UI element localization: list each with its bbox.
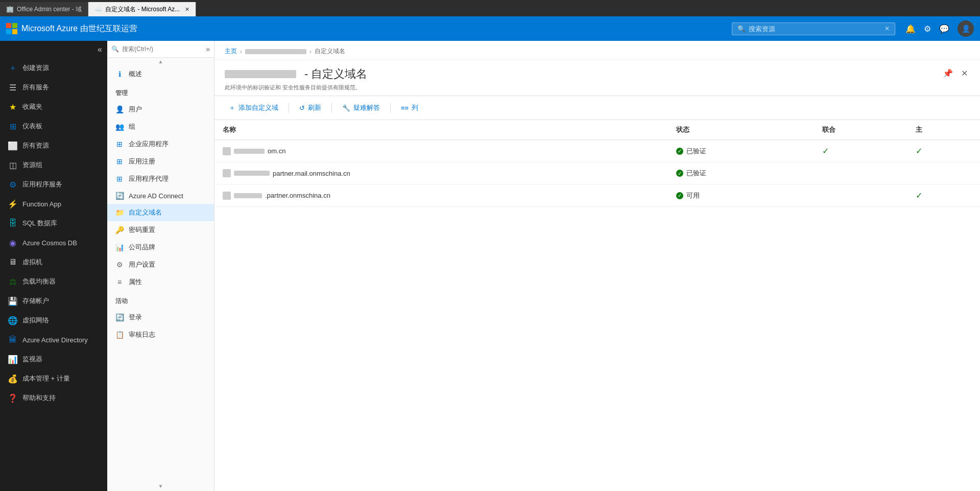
sub-nav-search-input[interactable] (122, 45, 203, 53)
status-text-1: 已验证 (686, 147, 706, 156)
enterprise-apps-icon: ⊞ (115, 140, 124, 148)
sidebar-collapse[interactable]: « (0, 41, 107, 58)
storage-icon: 💾 (8, 296, 17, 306)
all-services-icon: ☰ (8, 83, 17, 92)
sub-nav-item-login[interactable]: 🔄 登录 (107, 309, 214, 326)
sidebar-item-create-label: 创建资源 (22, 63, 49, 73)
sidebar-item-all-services[interactable]: ☰ 所有服务 (0, 78, 107, 97)
sidebar-item-cosmos-db-label: Azure Cosmos DB (22, 239, 77, 247)
sub-nav-collapse-btn[interactable]: » (206, 45, 210, 53)
sub-nav-item-overview-label: 概述 (129, 69, 142, 79)
breadcrumb-home[interactable]: 主页 (225, 47, 237, 56)
sidebar-item-monitor-label: 监视器 (22, 355, 42, 364)
global-search[interactable]: 🔍 ✕ (732, 22, 895, 35)
tab1-favicon: 🏢 (6, 6, 14, 13)
overview-icon: ℹ (115, 70, 124, 78)
sub-nav-item-properties[interactable]: ≡ 属性 (107, 273, 214, 291)
col-federated[interactable]: 联合 (814, 120, 907, 140)
branding-icon: 📊 (115, 243, 124, 251)
sidebar-item-create[interactable]: ＋ 创建资源 (0, 58, 107, 78)
activity-section-label: 活动 (107, 291, 214, 309)
add-custom-domain-btn[interactable]: ＋ 添加自定义域 (223, 100, 284, 115)
sidebar-item-help-label: 帮助和支持 (22, 393, 56, 403)
sub-nav-item-pwd-reset[interactable]: 🔑 密码重置 (107, 221, 214, 239)
sidebar-item-vnet[interactable]: 🌐 虚拟网络 (0, 311, 107, 330)
search-icon: 🔍 (737, 25, 746, 33)
sidebar-item-load-balancer[interactable]: ⚖ 负载均衡器 (0, 272, 107, 291)
browser-tab-2[interactable]: ☁️ 自定义域名 - Microsoft Az... ✕ (88, 2, 196, 16)
refresh-btn[interactable]: ↺ 刷新 (293, 100, 327, 115)
table-row[interactable]: partner.mail.onmschina.cn ✓ 已验证 (214, 162, 980, 184)
col-status[interactable]: 状态 (668, 120, 815, 140)
refresh-label: 刷新 (308, 103, 321, 112)
favorites-icon: ★ (8, 102, 17, 111)
sub-nav-item-enterprise-apps[interactable]: ⊞ 企业应用程序 (107, 135, 214, 153)
sub-nav-item-overview[interactable]: ℹ 概述 (107, 65, 214, 83)
settings-icon[interactable]: ⚙ (924, 24, 931, 34)
sub-nav-item-custom-domain[interactable]: 📁 自定义域名 (107, 204, 214, 221)
domains-table: 名称 状态 联合 主 om.cn (214, 120, 980, 207)
sidebar-item-aad[interactable]: 🏛 Azure Active Directory (0, 330, 107, 349)
status-cell-1: ✓ 已验证 (668, 140, 815, 162)
user-avatar[interactable]: 👤 (958, 20, 974, 37)
app-proxy-icon: ⊞ (115, 175, 124, 183)
cosmos-db-icon: ◉ (8, 238, 17, 247)
sub-nav-item-user-settings[interactable]: ⚙ 用户设置 (107, 256, 214, 273)
sub-nav-item-user-settings-label: 用户设置 (129, 260, 155, 269)
sub-nav-item-app-reg-label: 应用注册 (129, 157, 155, 166)
close-icon[interactable]: ✕ (959, 66, 970, 80)
sub-nav-item-ad-connect[interactable]: 🔄 Azure AD Connect (107, 188, 214, 204)
sidebar-collapse-btn[interactable]: « (98, 45, 102, 54)
feedback-icon[interactable]: 💬 (939, 24, 949, 34)
status-dot-1: ✓ (676, 148, 683, 155)
sidebar-item-resource-groups[interactable]: ◫ 资源组 (0, 155, 107, 175)
search-close-icon[interactable]: ✕ (885, 25, 890, 32)
sidebar-item-cost[interactable]: 💰 成本管理 + 计量 (0, 369, 107, 388)
sidebar-item-monitor[interactable]: 📊 监视器 (0, 349, 107, 369)
sub-nav-item-audit-log[interactable]: 📋 审核日志 (107, 326, 214, 343)
refresh-icon: ↺ (299, 104, 305, 112)
sidebar-item-cosmos-db[interactable]: ◉ Azure Cosmos DB (0, 233, 107, 252)
col-name[interactable]: 名称 (214, 120, 668, 140)
sub-nav-search-bar[interactable]: 🔍 » (107, 41, 214, 58)
sidebar-item-all-resources[interactable]: ⬜ 所有资源 (0, 136, 107, 155)
sidebar-item-vm[interactable]: 🖥 虚拟机 (0, 252, 107, 272)
troubleshoot-btn[interactable]: 🔧 疑难解答 (336, 100, 386, 115)
help-icon: ❓ (8, 393, 17, 403)
browser-tab-1[interactable]: 🏢 Office Admin center - 域 (0, 2, 88, 16)
sidebar-item-sql-db[interactable]: 🗄 SQL 数据库 (0, 214, 107, 233)
sub-nav-item-login-label: 登录 (129, 313, 142, 322)
sub-nav-item-app-proxy[interactable]: ⊞ 应用程序代理 (107, 170, 214, 188)
sidebar-item-storage[interactable]: 💾 存储帐户 (0, 291, 107, 311)
table-row[interactable]: om.cn ✓ 已验证 ✓ ✓ (214, 140, 980, 162)
main-content: 主页 › › 自定义域名 - 自定义域名 此环境中的标识验证和 安全性服务目前提… (214, 41, 980, 491)
page-title: - 自定义域名 (225, 66, 367, 82)
status-dot-3: ✓ (676, 192, 683, 199)
troubleshoot-label: 疑难解答 (353, 103, 380, 112)
sidebar-item-dashboard[interactable]: ⊞ 仪表板 (0, 116, 107, 136)
sub-nav-item-branding[interactable]: 📊 公司品牌 (107, 239, 214, 256)
sub-nav-item-groups-label: 组 (129, 122, 135, 131)
sidebar-item-favorites[interactable]: ★ 收藏夹 (0, 97, 107, 116)
status-cell-2: ✓ 已验证 (668, 162, 815, 184)
sidebar-item-app-services[interactable]: ⚙ 应用程序服务 (0, 175, 107, 194)
users-icon: 👤 (115, 105, 124, 113)
sub-nav-item-app-reg[interactable]: ⊞ 应用注册 (107, 153, 214, 170)
breadcrumb-tenant[interactable] (245, 48, 306, 55)
pwd-reset-icon: 🔑 (115, 226, 124, 234)
pin-icon[interactable]: 📌 (941, 66, 955, 80)
sidebar-item-all-resources-label: 所有资源 (22, 141, 49, 150)
col-primary[interactable]: 主 (907, 120, 980, 140)
status-dot-2: ✓ (676, 170, 683, 177)
table-row[interactable]: .partner.onmschina.cn ✓ 可用 ✓ (214, 184, 980, 207)
sidebar-item-function-app[interactable]: ⚡ Function App (0, 194, 107, 214)
sidebar-item-help[interactable]: ❓ 帮助和支持 (0, 388, 107, 408)
federated-cell-1: ✓ (814, 140, 907, 162)
notifications-icon[interactable]: 🔔 (905, 24, 916, 34)
columns-btn[interactable]: ≡≡ 列 (395, 100, 424, 115)
sub-nav-item-users[interactable]: 👤 用户 (107, 101, 214, 118)
breadcrumb-current: 自定义域名 (315, 47, 345, 56)
sub-nav-item-groups[interactable]: 👥 组 (107, 118, 214, 135)
search-input[interactable] (749, 25, 881, 33)
tab2-close-icon[interactable]: ✕ (185, 6, 189, 13)
